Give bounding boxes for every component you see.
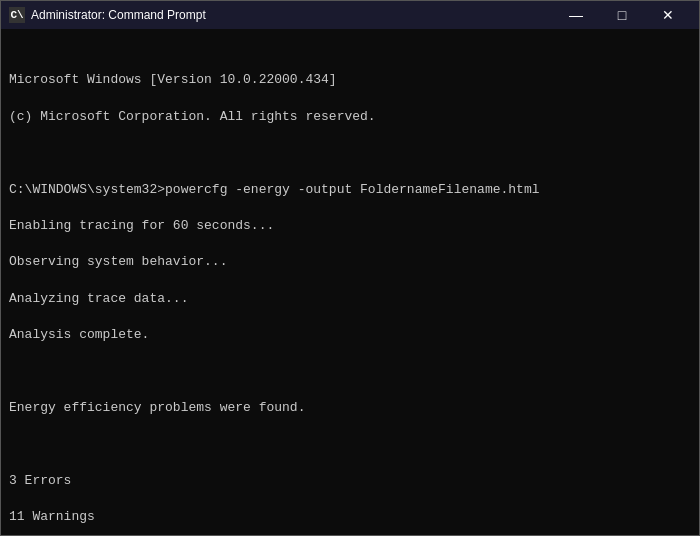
console-line: Microsoft Windows [Version 10.0.22000.43…: [9, 71, 691, 89]
console-line: [9, 144, 691, 162]
console-line: [9, 435, 691, 453]
title-bar: C\ Administrator: Command Prompt — □ ✕: [1, 1, 699, 29]
console-line: (c) Microsoft Corporation. All rights re…: [9, 108, 691, 126]
console-line: C:\WINDOWS\system32>powercfg -energy -ou…: [9, 181, 691, 199]
console-output[interactable]: Microsoft Windows [Version 10.0.22000.43…: [1, 29, 699, 535]
window-icon: C\: [9, 7, 25, 23]
console-line: 3 Errors: [9, 472, 691, 490]
title-bar-text: Administrator: Command Prompt: [31, 8, 553, 22]
window: C\ Administrator: Command Prompt — □ ✕ M…: [0, 0, 700, 536]
console-line: Observing system behavior...: [9, 253, 691, 271]
console-line: Analyzing trace data...: [9, 290, 691, 308]
console-line: Enabling tracing for 60 seconds...: [9, 217, 691, 235]
title-bar-controls: — □ ✕: [553, 1, 691, 29]
close-button[interactable]: ✕: [645, 1, 691, 29]
maximize-button[interactable]: □: [599, 1, 645, 29]
console-line: [9, 362, 691, 380]
console-line: 11 Warnings: [9, 508, 691, 526]
console-line: Energy efficiency problems were found.: [9, 399, 691, 417]
minimize-button[interactable]: —: [553, 1, 599, 29]
console-line: Analysis complete.: [9, 326, 691, 344]
